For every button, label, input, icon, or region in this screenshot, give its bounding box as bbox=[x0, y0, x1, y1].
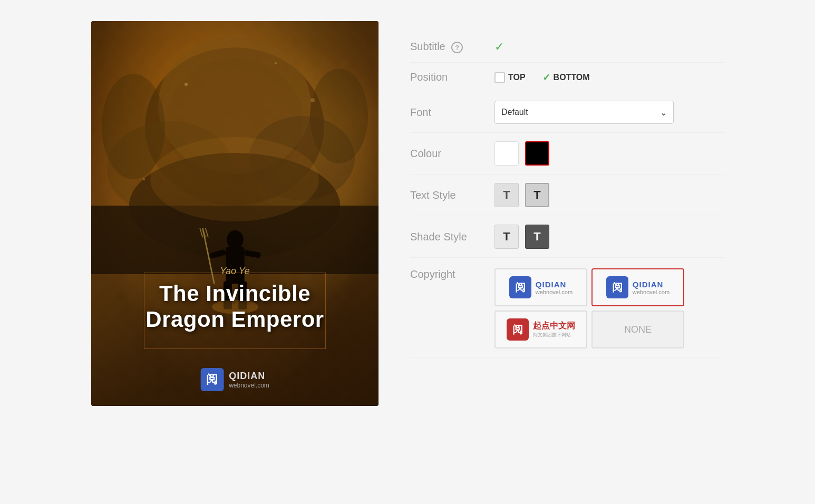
text-style-normal-btn[interactable]: T bbox=[494, 183, 519, 207]
svg-point-12 bbox=[143, 178, 145, 180]
qidian-logo-icon-2: 阅 bbox=[606, 276, 628, 298]
svg-point-8 bbox=[310, 69, 368, 163]
qidian-url-1: webnovel.com bbox=[536, 289, 573, 295]
font-dropdown[interactable]: Default ⌄ bbox=[494, 101, 674, 124]
svg-point-10 bbox=[275, 62, 277, 64]
subtitle-check[interactable]: ✓ bbox=[494, 40, 504, 54]
copyright-qidian-webnovel-selected-btn[interactable]: 阅 QIDIAN webnovel.com bbox=[591, 268, 684, 306]
main-container: Yao Ye The Invincible Dragon Emperor 阅 Q… bbox=[91, 21, 724, 406]
subtitle-label: Subtitle ? bbox=[410, 41, 484, 54]
text-style-row: Text Style T T bbox=[410, 175, 724, 216]
copyright-grid: 阅 QIDIAN webnovel.com 阅 QIDIAN webnovel.… bbox=[494, 268, 684, 348]
colour-row: Colour bbox=[410, 133, 724, 175]
copyright-row: Copyright 阅 QIDIAN webnovel.com 阅 bbox=[410, 258, 724, 357]
shade-style-label: Shade Style bbox=[410, 231, 484, 243]
copyright-controls: 阅 QIDIAN webnovel.com 阅 QIDIAN webnovel.… bbox=[494, 268, 684, 348]
subtitle-help-icon[interactable]: ? bbox=[451, 42, 463, 53]
position-bottom-check: ✓ bbox=[542, 72, 550, 83]
font-controls: Default ⌄ bbox=[494, 101, 674, 124]
font-label: Font bbox=[410, 106, 484, 119]
position-label: Position bbox=[410, 71, 484, 83]
position-top-label: TOP bbox=[508, 73, 526, 82]
colour-label: Colour bbox=[410, 148, 484, 160]
qidian-cn-logo-icon: 阅 bbox=[507, 318, 529, 341]
svg-point-11 bbox=[311, 98, 315, 102]
qidian-brand-2: QIDIAN bbox=[633, 280, 670, 289]
colour-controls bbox=[494, 141, 549, 166]
copyright-none-btn[interactable]: NONE bbox=[591, 311, 684, 348]
svg-point-13 bbox=[150, 137, 319, 221]
svg-line-23 bbox=[205, 228, 208, 238]
text-style-bold-btn[interactable]: T bbox=[525, 183, 549, 207]
qidian-logo-text-1: QIDIAN webnovel.com bbox=[536, 280, 573, 295]
svg-point-7 bbox=[102, 74, 165, 179]
copyright-qidian-cn-btn[interactable]: 阅 起点中文网 阅文集团旗下网站 bbox=[494, 311, 587, 348]
text-style-controls: T T bbox=[494, 183, 549, 207]
book-cover-logo: 阅 QIDIAN webnovel.com bbox=[200, 368, 269, 391]
svg-point-9 bbox=[185, 83, 188, 86]
book-title: The Invincible Dragon Emperor bbox=[107, 281, 363, 332]
font-row: Font Default ⌄ bbox=[410, 92, 724, 133]
position-bottom-btn[interactable]: ✓ BOTTOM bbox=[542, 72, 590, 83]
subtitle-controls: ✓ bbox=[494, 40, 504, 54]
shade-style-normal-btn[interactable]: T bbox=[494, 225, 519, 249]
qidian-cn-text: 起点中文网 阅文集团旗下网站 bbox=[533, 321, 575, 338]
qidian-cn-brand: 起点中文网 bbox=[533, 321, 575, 332]
position-row: Position TOP ✓ BOTTOM bbox=[410, 63, 724, 92]
qidian-url-2: webnovel.com bbox=[633, 289, 670, 295]
copyright-qidian-webnovel-btn[interactable]: 阅 QIDIAN webnovel.com bbox=[494, 268, 587, 306]
book-author: Yao Ye bbox=[107, 266, 363, 277]
font-selected-value: Default bbox=[501, 108, 528, 117]
position-bottom-label: BOTTOM bbox=[554, 73, 590, 82]
cover-logo-text: QIDIAN webnovel.com bbox=[229, 371, 269, 389]
qidian-cn-sub: 阅文集团旗下网站 bbox=[533, 332, 575, 338]
shade-style-row: Shade Style T T bbox=[410, 216, 724, 258]
dropdown-arrow-icon: ⌄ bbox=[660, 108, 667, 118]
cover-logo-icon: 阅 bbox=[200, 368, 224, 391]
qidian-logo-icon-1: 阅 bbox=[509, 276, 531, 298]
position-top-radio[interactable] bbox=[494, 72, 505, 83]
cover-brand-url: webnovel.com bbox=[229, 382, 269, 389]
colour-swatch-black[interactable] bbox=[525, 141, 549, 166]
text-style-label: Text Style bbox=[410, 189, 484, 201]
cover-brand-name: QIDIAN bbox=[229, 371, 269, 382]
qidian-logo-text-2: QIDIAN webnovel.com bbox=[633, 280, 670, 295]
qidian-brand-1: QIDIAN bbox=[536, 280, 573, 289]
book-title-area: Yao Ye The Invincible Dragon Emperor bbox=[91, 255, 379, 343]
copyright-label: Copyright bbox=[410, 268, 484, 280]
colour-swatch-white[interactable] bbox=[494, 141, 519, 166]
svg-point-15 bbox=[227, 230, 244, 249]
copyright-none-label: NONE bbox=[624, 324, 652, 335]
book-cover-preview: Yao Ye The Invincible Dragon Emperor 阅 Q… bbox=[91, 21, 379, 406]
settings-panel: Subtitle ? ✓ Position TOP ✓ BOTTOM bbox=[410, 21, 724, 368]
shade-style-controls: T T bbox=[494, 225, 549, 249]
position-controls: TOP ✓ BOTTOM bbox=[494, 72, 590, 83]
subtitle-row: Subtitle ? ✓ bbox=[410, 32, 724, 63]
position-top-btn[interactable]: TOP bbox=[494, 72, 526, 83]
shade-style-dark-btn[interactable]: T bbox=[525, 225, 549, 249]
